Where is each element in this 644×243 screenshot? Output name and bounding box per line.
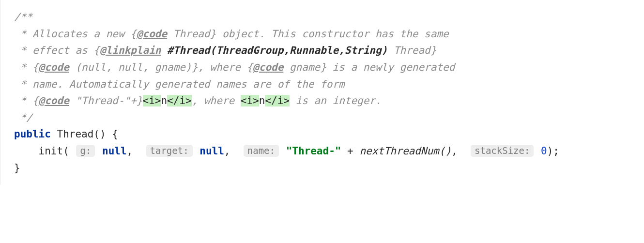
code-tag: @code bbox=[39, 61, 69, 73]
null-literal: null bbox=[199, 145, 224, 157]
null-literal: null bbox=[102, 145, 127, 157]
code-tag: @code bbox=[39, 95, 69, 106]
text: "Thread-"+} bbox=[69, 95, 143, 106]
close-brace: } bbox=[14, 162, 20, 174]
text: Thread} bbox=[387, 45, 436, 56]
public-keyword: public bbox=[14, 128, 51, 140]
text: * { bbox=[14, 95, 39, 106]
javadoc-open: /** bbox=[14, 11, 32, 23]
param-hint-g: g: bbox=[76, 145, 95, 157]
n-var: n bbox=[161, 95, 167, 106]
text: is an integer. bbox=[290, 95, 382, 106]
code-tag: @code bbox=[137, 28, 167, 40]
method-signature: public Thread() { bbox=[14, 128, 118, 140]
text: * Allocates a new { bbox=[14, 28, 137, 40]
javadoc-line-3: * {@code (null, null, gname)}, where {@c… bbox=[14, 61, 455, 73]
link-reference: #Thread(ThreadGroup,Runnable,String) bbox=[161, 45, 387, 56]
method-decl: Thread() { bbox=[51, 128, 118, 140]
text: gname} is a newly generated bbox=[283, 61, 455, 73]
close-call: ); bbox=[547, 145, 559, 157]
init-call: init( bbox=[39, 145, 69, 157]
javadoc-line-1: * Allocates a new {@code Thread} object.… bbox=[14, 28, 449, 40]
param-hint-target: target: bbox=[146, 145, 193, 157]
javadoc-line-4: * name. Automatically generated names ar… bbox=[14, 78, 345, 90]
text: * { bbox=[14, 61, 39, 73]
param-hint-name: name: bbox=[244, 145, 279, 157]
highlight-close-i: </i> bbox=[167, 95, 192, 106]
linkplain-tag: @linkplain bbox=[100, 45, 161, 56]
javadoc-close: */ bbox=[14, 112, 32, 123]
comma: , bbox=[224, 145, 236, 157]
comma: , bbox=[451, 145, 463, 157]
text: , where bbox=[192, 95, 241, 106]
comma: , bbox=[127, 145, 139, 157]
code-tag: @code bbox=[253, 61, 283, 73]
indent bbox=[14, 145, 39, 157]
highlight-close-i: </i> bbox=[265, 95, 290, 106]
plus-op: + bbox=[341, 145, 359, 157]
text: * effect as { bbox=[14, 45, 100, 56]
javadoc-line-5: * {@code "Thread-"+}<i>n</i>, where <i>n… bbox=[14, 95, 382, 106]
zero-literal: 0 bbox=[541, 145, 547, 157]
code-block: /** * Allocates a new {@code Thread} obj… bbox=[0, 0, 644, 185]
n-var: n bbox=[259, 95, 265, 106]
text: Thread} object. This constructor has the… bbox=[167, 28, 449, 40]
param-hint-stacksize: stackSize: bbox=[471, 145, 534, 157]
method-body-line: init( g: null, target: null, name: "Thre… bbox=[14, 145, 559, 157]
javadoc-line-2: * effect as {@linkplain #Thread(ThreadGr… bbox=[14, 45, 436, 56]
highlight-open-i: <i> bbox=[241, 95, 259, 106]
highlight-open-i: <i> bbox=[143, 95, 161, 106]
string-literal: "Thread-" bbox=[286, 145, 341, 157]
text: (null, null, gname)}, where { bbox=[69, 61, 253, 73]
next-thread-num-call: nextThreadNum() bbox=[359, 145, 451, 157]
